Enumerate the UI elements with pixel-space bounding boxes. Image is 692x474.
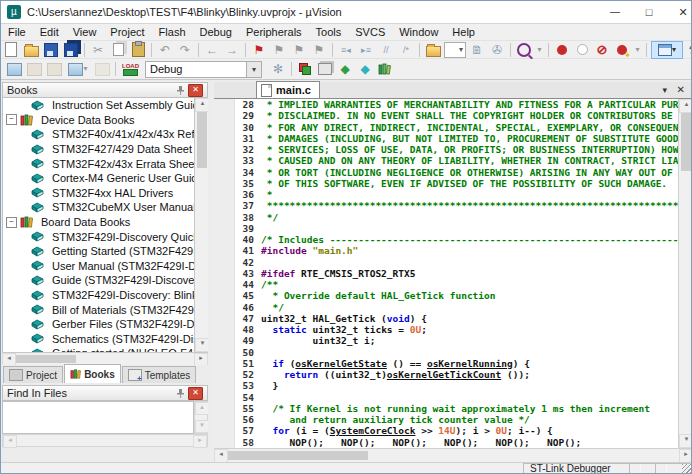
redo-button[interactable]: ↷: [176, 42, 194, 58]
paste-button[interactable]: [129, 42, 147, 58]
select-packs-button[interactable]: ◆: [356, 61, 374, 77]
disable-breakpoint-button[interactable]: [573, 42, 591, 58]
list-item[interactable]: STM32F429I-Discovery: Blinky Lab: [3, 288, 194, 303]
translate-button[interactable]: [5, 61, 23, 77]
find-in-files-folder-button[interactable]: [424, 42, 442, 58]
rebuild-button[interactable]: [45, 61, 63, 77]
code-line[interactable]: 30 * FOR ANY DIRECT, INDIRECT, INCIDENTA…: [214, 122, 678, 133]
menu-flash[interactable]: Flash: [152, 26, 193, 38]
close-tab-icon[interactable]: ✕: [677, 84, 685, 95]
incremental-find-button[interactable]: [515, 42, 533, 58]
comment-button[interactable]: //: [377, 42, 395, 58]
options-for-target-button[interactable]: ✻: [269, 61, 287, 77]
close-icon[interactable]: ✕: [188, 84, 203, 97]
minimize-button[interactable]: —: [599, 1, 631, 23]
next-bookmark-button[interactable]: ⚑: [290, 42, 308, 58]
scroll-left-icon[interactable]: ◂: [214, 449, 228, 463]
code-line[interactable]: 50: [214, 347, 678, 358]
target-selector-dropdown[interactable]: ▾: [247, 61, 262, 78]
code-line[interactable]: 43#ifdef RTE_CMSIS_RTOS2_RTX5: [214, 268, 678, 279]
code-line[interactable]: 46 */: [214, 302, 678, 313]
download-button[interactable]: LOAD: [120, 61, 140, 77]
scrollbar-thumb[interactable]: [228, 451, 368, 460]
code-line[interactable]: 54: [214, 392, 678, 403]
code-line[interactable]: 57 for (i = (SystemCoreClock >> 14U); i …: [214, 425, 678, 436]
list-item[interactable]: −Board Data Books: [3, 215, 194, 230]
scroll-right-icon[interactable]: ▸: [193, 435, 207, 448]
menu-window[interactable]: Window: [392, 26, 445, 38]
menu-peripherals[interactable]: Peripherals: [239, 26, 309, 38]
new-file-button[interactable]: [2, 42, 20, 58]
code-line[interactable]: 34 * OR TORT (INCLUDING NEGLIGENCE OR OT…: [214, 167, 678, 178]
menu-file[interactable]: File: [1, 26, 33, 38]
collapse-icon[interactable]: −: [6, 217, 17, 228]
toggle-bookmark-button[interactable]: ⚑: [250, 42, 268, 58]
undo-button[interactable]: ↶: [156, 42, 174, 58]
configuration-button[interactable]: ⚒: [685, 42, 692, 58]
tab-project[interactable]: Project: [3, 366, 63, 383]
unindent-button[interactable]: ≡◂: [337, 42, 355, 58]
code-line[interactable]: 38 */: [214, 212, 678, 223]
code-line[interactable]: 32 * SERVICES; LOSS OF USE, DATA, OR PRO…: [214, 144, 678, 155]
code-line[interactable]: 51 if (osKernelGetState () == osKernelRu…: [214, 358, 678, 369]
list-item[interactable]: STM32CubeMX User Manual: [3, 200, 194, 215]
list-item[interactable]: Instruction Set Assembly Guide Arm: [3, 98, 194, 113]
tab-main-c[interactable]: main.c: [256, 81, 320, 98]
menu-help[interactable]: Help: [445, 26, 482, 38]
code-line[interactable]: 39: [214, 223, 678, 234]
list-item[interactable]: −Device Data Books: [3, 113, 194, 128]
menu-svcs[interactable]: SVCS: [348, 26, 392, 38]
build-button[interactable]: [25, 61, 43, 77]
scroll-up-icon[interactable]: ▴: [679, 99, 692, 113]
search-combo[interactable]: ▾: [444, 42, 466, 58]
list-item[interactable]: User Manual (STM32F429I-Discove: [3, 259, 194, 274]
pin-icon[interactable]: [175, 85, 186, 96]
code-line[interactable]: 31 * DAMAGES (INCLUDING, BUT NOT LIMITED…: [214, 133, 678, 144]
code-line[interactable]: 48 static uint32_t ticks = 0U;: [214, 324, 678, 335]
resize-grip[interactable]: [682, 464, 692, 473]
books-vertical-scrollbar[interactable]: ▴ ▾: [194, 98, 208, 352]
code-line[interactable]: 36 *: [214, 189, 678, 200]
scroll-up-icon[interactable]: ▴: [195, 402, 209, 415]
find-in-files-button[interactable]: 🗎: [468, 42, 486, 58]
list-item[interactable]: Getting Started (STM32F429I-Disco: [3, 244, 194, 259]
code-line[interactable]: 42: [214, 257, 678, 268]
pack-installer-button[interactable]: [376, 61, 394, 77]
list-item[interactable]: Guide (STM32F429I-Discovery): [3, 273, 194, 288]
menu-project[interactable]: Project: [103, 26, 151, 38]
scrollbar-thumb[interactable]: [16, 355, 76, 363]
list-item[interactable]: Bill of Materials (STM32F429I-Disco: [3, 302, 194, 317]
scroll-down-icon[interactable]: ▾: [679, 434, 692, 448]
code-line[interactable]: 52 return ((uint32_t)osKernelGetTickCoun…: [214, 369, 678, 380]
list-item[interactable]: STM32F429I-Discovery Quick Start: [3, 229, 194, 244]
navigate-back-button[interactable]: ←: [203, 42, 221, 58]
code-line[interactable]: 53 }: [214, 380, 678, 391]
code-line[interactable]: 33 * CAUSED AND ON ANY THEORY OF LIABILI…: [214, 155, 678, 166]
indent-button[interactable]: ▸≡: [357, 42, 375, 58]
menu-debug[interactable]: Debug: [193, 26, 239, 38]
find-in-files-results[interactable]: [2, 401, 194, 434]
navigate-forward-button[interactable]: →: [223, 42, 241, 58]
list-item[interactable]: STM32F4xx HAL Drivers: [3, 186, 194, 201]
menu-view[interactable]: View: [66, 26, 104, 38]
list-item[interactable]: STM32F427/429 Data Sheet: [3, 142, 194, 157]
tab-templates[interactable]: Templates: [122, 366, 197, 383]
clear-bookmarks-button[interactable]: ⚑: [310, 42, 328, 58]
list-item[interactable]: Schematics (STM32F429I-Discovery: [3, 332, 194, 347]
copy-button[interactable]: [109, 42, 127, 58]
code-line[interactable]: 55 /* If Kernel is not running wait appr…: [214, 403, 678, 414]
maximize-button[interactable]: □: [633, 1, 665, 23]
find-results-horizontal-scrollbar[interactable]: ◂ ▸: [2, 434, 208, 447]
breakpoint-options-button[interactable]: [613, 42, 631, 58]
incremental-find-dropdown[interactable]: ▾: [535, 42, 544, 58]
kill-breakpoints-button[interactable]: ⊘: [593, 42, 611, 58]
windows-layout-button[interactable]: ▾: [651, 41, 683, 59]
code-line[interactable]: 29 * DISCLAIMED. IN NO EVENT SHALL THE C…: [214, 110, 678, 121]
code-line[interactable]: 49 uint32_t i;: [214, 335, 678, 346]
collapse-icon[interactable]: −: [6, 114, 17, 125]
code-line[interactable]: 58 NOP(); NOP(); NOP(); NOP(); NOP(); NO…: [214, 437, 678, 448]
find-button[interactable]: ✇: [488, 42, 506, 58]
code-line[interactable]: 37 *************************************…: [214, 200, 678, 211]
save-button[interactable]: [42, 42, 60, 58]
open-button[interactable]: [22, 42, 40, 58]
